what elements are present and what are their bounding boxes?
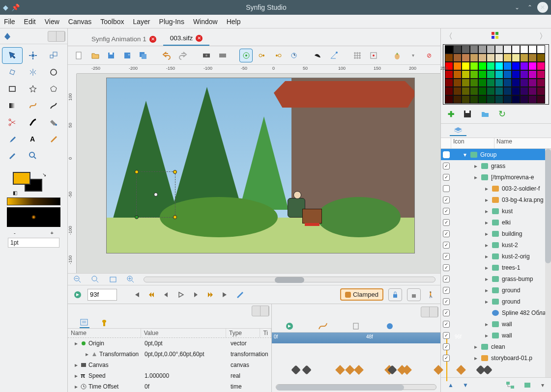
swatch[interactable] [462, 54, 470, 62]
swap-colors-icon[interactable]: ↘ [42, 172, 46, 177]
expand-icon[interactable]: ▸ [473, 343, 478, 350]
swatch[interactable] [512, 79, 520, 87]
keyframe-lock-icon[interactable] [388, 288, 402, 301]
swatch[interactable] [528, 45, 537, 54]
clamped-button[interactable]: Clamped [340, 288, 383, 301]
layer-row[interactable]: ✓▸kust-2-orig [441, 251, 551, 262]
close-tab-icon[interactable]: ⊘ [422, 49, 435, 62]
zoom-slider[interactable] [144, 277, 435, 282]
open-palette-icon[interactable] [481, 110, 490, 118]
width-decrease[interactable]: - [14, 230, 16, 236]
expand-icon[interactable]: ▸ [473, 174, 478, 181]
outline-width[interactable]: 1pt [8, 238, 59, 248]
open-file-icon[interactable] [89, 49, 102, 62]
keyframe-lock-future-icon[interactable] [407, 288, 421, 301]
history-icon[interactable] [351, 322, 361, 331]
visibility-checkbox[interactable]: ✓ [443, 287, 450, 294]
expand-icon[interactable]: ▸ [484, 298, 489, 305]
prev-palette-icon[interactable]: 〈 [445, 31, 453, 42]
layer-row[interactable]: ✓▸kust-2 [441, 239, 551, 251]
swatch[interactable] [487, 87, 495, 95]
param-value[interactable]: 1.000000 [142, 372, 228, 379]
loop-icon[interactable] [235, 290, 245, 300]
draw-tool[interactable] [43, 97, 64, 114]
swatch[interactable] [503, 95, 512, 104]
swatch[interactable] [537, 45, 545, 54]
keyframe[interactable] [291, 365, 301, 375]
layer-row[interactable]: ✓▸kust [441, 205, 551, 217]
swatch[interactable] [470, 79, 478, 87]
layer-row[interactable]: ✓▸building [441, 228, 551, 239]
swatch[interactable] [487, 54, 495, 62]
onion-dropdown[interactable]: ▾ [406, 49, 420, 62]
swatch[interactable] [495, 45, 503, 54]
swatch[interactable] [487, 62, 495, 70]
layer-row[interactable]: ✓▸clean [441, 341, 551, 352]
zoom-fit-icon[interactable] [108, 275, 118, 284]
layer-row[interactable]: ✓▸03-bg-4.kra.png [441, 194, 551, 205]
menu-layer[interactable]: Layer [133, 18, 150, 26]
swatch[interactable] [495, 79, 503, 87]
brush-tool[interactable] [2, 147, 23, 164]
swatch[interactable] [445, 79, 453, 87]
visibility-checkbox[interactable]: ✓ [443, 343, 450, 350]
expand-icon[interactable]: ▸ [484, 196, 489, 203]
swatch[interactable] [503, 70, 512, 79]
param-row[interactable]: ▸Transformation0pt,0pt,0.00°,60pt,60pttr… [68, 349, 271, 360]
swatch[interactable] [445, 45, 453, 54]
swatch[interactable] [528, 79, 537, 87]
swatch[interactable] [478, 70, 487, 79]
expand-icon[interactable]: ▸ [74, 340, 79, 347]
onion-past-icon[interactable] [256, 49, 269, 62]
timeline-row[interactable] [272, 361, 440, 379]
rotate-tool[interactable] [2, 64, 23, 81]
expand-icon[interactable]: ▸ [484, 276, 489, 282]
visibility-checkbox[interactable]: ✓ [443, 253, 450, 260]
expand-icon[interactable]: ▸ [484, 287, 489, 294]
brush-preview[interactable] [7, 207, 60, 227]
snap-grid-icon[interactable] [367, 49, 380, 62]
canvas-viewport[interactable] [77, 74, 440, 273]
swatch[interactable] [537, 87, 545, 95]
param-row[interactable]: ▸Origin0pt,0ptvector [68, 338, 271, 349]
swatch[interactable] [487, 45, 495, 54]
fg-color[interactable] [13, 172, 30, 185]
swatch[interactable] [503, 54, 512, 62]
swatch[interactable] [462, 70, 470, 79]
swatch[interactable] [537, 54, 545, 62]
swatch[interactable] [453, 62, 462, 70]
layer-row[interactable]: ✓ Spline 482 Обла [441, 307, 551, 318]
layers-scrollbar[interactable] [545, 149, 551, 377]
menu-toolbox[interactable]: Toolbox [100, 18, 124, 26]
layer-row[interactable]: ✓▸grass-bump [441, 273, 551, 284]
dock-grip[interactable] [48, 31, 65, 42]
blackbird-icon[interactable] [311, 49, 324, 62]
keyframe[interactable] [354, 365, 364, 375]
swatch[interactable] [503, 79, 512, 87]
onion-skin-icon[interactable] [239, 49, 253, 62]
layer-row[interactable]: ✓▸[/tmp/morevna-e [441, 171, 551, 183]
swatch[interactable] [495, 70, 503, 79]
expand-icon[interactable]: ▸ [484, 208, 489, 215]
width-tool[interactable] [23, 114, 43, 131]
visibility-checkbox[interactable]: ✓ [443, 332, 450, 339]
expand-icon[interactable]: ▸ [484, 332, 489, 339]
close-button[interactable]: ✕ [537, 2, 548, 13]
swatch[interactable] [487, 95, 495, 104]
menu-plugins[interactable]: Plug-Ins [159, 18, 184, 26]
swatch[interactable] [453, 79, 462, 87]
layer-row[interactable]: ▸003-2-soldier-f [441, 183, 551, 194]
swatch[interactable] [453, 70, 462, 79]
layer-row[interactable]: ✓▸elki [441, 217, 551, 228]
swatch[interactable] [470, 54, 478, 62]
gradient-tool[interactable] [2, 97, 23, 114]
zoom-out-icon[interactable] [73, 275, 83, 284]
scale-tool[interactable] [43, 47, 64, 64]
swatch[interactable] [445, 70, 453, 79]
swatch[interactable] [512, 62, 520, 70]
swatch[interactable] [453, 95, 462, 104]
swatch[interactable] [445, 95, 453, 104]
dock-grip[interactable] [252, 306, 269, 316]
current-frame-input[interactable] [87, 289, 117, 301]
swatch[interactable] [512, 45, 520, 54]
